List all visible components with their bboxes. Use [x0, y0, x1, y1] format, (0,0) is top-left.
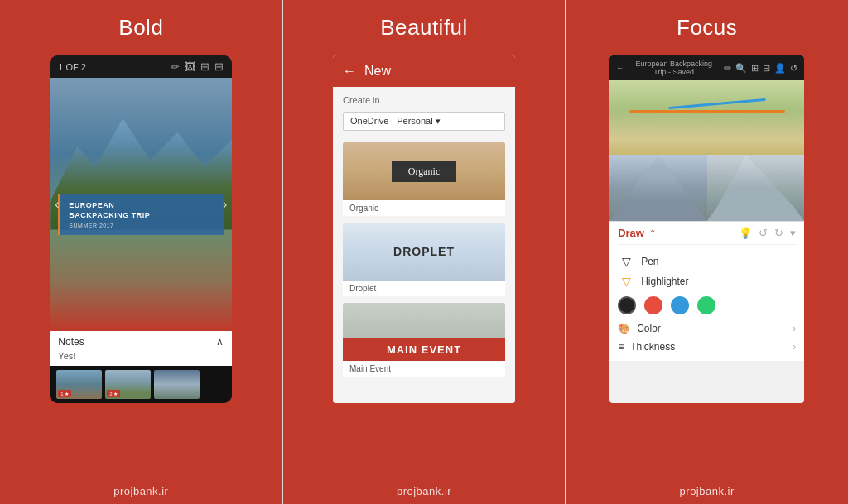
color-wheel-icon: 🎨 — [618, 323, 630, 334]
thickness-setting-left: ≡ Thickness — [618, 341, 675, 353]
grid-icon: ⊞ — [200, 60, 210, 73]
watermark-bold: projbank.ir — [113, 485, 168, 497]
thumbnail-3[interactable] — [154, 370, 200, 399]
phone-header: 1 OF 2 ✏ 🖼 ⊞ ⊟ — [50, 55, 232, 78]
slide-text-box: EUROPEAN BACKPACKING TRIP SUMMER 2017 — [58, 194, 224, 234]
panel-focus: Focus ← European Backpacking Trip - Save… — [566, 0, 848, 504]
notes-section: Notes ∧ Yes! — [50, 331, 232, 366]
droplet-label: Droplet — [343, 281, 505, 296]
thumb-badge-1: 1 ★ — [58, 390, 71, 397]
view-icon: ⊟ — [214, 60, 224, 73]
bulb-icon[interactable]: 💡 — [739, 227, 752, 239]
mountain-peak-right — [707, 155, 805, 221]
new-screen-title: New — [364, 64, 391, 79]
template-main-event[interactable]: MAIN EVENT Main Event — [343, 303, 505, 377]
slide-area[interactable]: EUROPEAN BACKPACKING TRIP SUMMER 2017 ‹ … — [50, 78, 232, 331]
focus-header-title: European Backpacking Trip - Saved — [629, 60, 719, 76]
slide-next-button[interactable]: › — [223, 197, 227, 212]
new-screen-body: Create in OneDrive - Personal ▾ Organic … — [333, 87, 515, 403]
new-screen: ← New Create in OneDrive - Personal ▾ Or… — [333, 55, 515, 403]
thickness-icon: ≡ — [618, 341, 624, 353]
focus-mountain-left — [610, 155, 707, 221]
focus-user-icon[interactable]: 👤 — [774, 63, 786, 74]
back-arrow-icon[interactable]: ← — [343, 64, 356, 79]
color-setting-left: 🎨 Color — [618, 323, 661, 334]
map-route-orange — [629, 110, 785, 113]
thickness-setting-row[interactable]: ≡ Thickness › — [618, 338, 796, 356]
template-organic[interactable]: Organic Organic — [343, 142, 505, 216]
pen-label: Pen — [641, 256, 658, 267]
new-screen-header: ← New — [333, 55, 515, 87]
highlighter-tool-row[interactable]: ▽ Highlighter — [618, 271, 796, 291]
focus-header-icons: ✏ 🔍 ⊞ ⊟ 👤 ↺ — [724, 63, 797, 74]
notes-header: Notes ∧ — [58, 336, 224, 348]
main-event-title: MAIN EVENT — [343, 338, 505, 361]
thumb-badge-2: 2 ★ — [107, 390, 120, 397]
focus-back-arrow[interactable]: ← — [616, 64, 624, 72]
redo-draw-icon[interactable]: ↻ — [774, 227, 783, 239]
color-row — [618, 291, 796, 319]
focus-screen: ← European Backpacking Trip - Saved ✏ 🔍 … — [610, 55, 804, 403]
focus-header: ← European Backpacking Trip - Saved ✏ 🔍 … — [610, 55, 804, 80]
watermark-focus: projbank.ir — [680, 485, 735, 497]
color-black[interactable] — [618, 296, 636, 314]
focus-grid-icon[interactable]: ⊞ — [751, 63, 759, 74]
onedrive-select[interactable]: OneDrive - Personal ▾ — [343, 112, 505, 131]
edit-icon: ✏ — [171, 60, 180, 73]
organic-title: Organic — [392, 161, 456, 182]
slide-main-text: EUROPEAN BACKPACKING TRIP — [69, 201, 215, 220]
color-blue[interactable] — [671, 296, 689, 314]
undo-draw-icon[interactable]: ↺ — [759, 227, 768, 239]
panel-focus-title: Focus — [677, 15, 737, 41]
organic-preview: Organic — [343, 142, 505, 200]
draw-toggle[interactable]: ⌃ — [649, 228, 656, 238]
focus-mountain-right — [707, 155, 805, 221]
focus-slide-area — [610, 80, 804, 221]
highlighter-label: Highlighter — [641, 276, 688, 287]
color-chevron-icon: › — [793, 323, 796, 334]
droplet-title: DROPLET — [393, 245, 455, 258]
focus-undo-icon[interactable]: ↺ — [790, 63, 797, 74]
focus-toolbar: Draw ⌃ 💡 ↺ ↻ ▾ ▽ Pen ▽ Highlighter — [610, 221, 804, 361]
draw-header: Draw ⌃ 💡 ↺ ↻ ▾ — [618, 227, 796, 245]
notes-label: Notes — [58, 336, 84, 348]
color-setting-row[interactable]: 🎨 Color › — [618, 319, 796, 338]
pen-icon: ▽ — [618, 255, 634, 268]
slide-sub-text: SUMMER 2017 — [69, 223, 215, 228]
highlighter-icon: ▽ — [618, 275, 634, 288]
focus-layout-icon[interactable]: ⊟ — [763, 63, 770, 74]
phone-header-icons: ✏ 🖼 ⊞ ⊟ — [171, 60, 224, 73]
slide-prev-button[interactable]: ‹ — [55, 197, 59, 212]
draw-label: Draw — [618, 227, 644, 239]
main-event-preview: MAIN EVENT — [343, 303, 505, 361]
camera-icon: 🖼 — [185, 60, 195, 73]
watermark-beautiful: projbank.ir — [397, 485, 451, 497]
thickness-chevron-icon: › — [793, 341, 796, 353]
color-setting-label: Color — [637, 323, 661, 334]
focus-edit-icon[interactable]: ✏ — [724, 63, 731, 74]
droplet-preview: DROPLET — [343, 223, 505, 281]
slide-thumbnails: 1 ★ 2 ★ — [50, 366, 232, 403]
color-green[interactable] — [697, 296, 716, 314]
create-in-label: Create in — [343, 95, 505, 105]
thumbnail-2[interactable]: 2 ★ — [105, 370, 151, 399]
mountain-peak-left — [610, 155, 707, 221]
panel-bold: Bold 1 OF 2 ✏ 🖼 ⊞ ⊟ EUROPEAN BACKPACKING… — [0, 0, 282, 504]
pen-tool-row[interactable]: ▽ Pen — [618, 252, 796, 271]
panel-beautiful-title: Beautiful — [380, 15, 468, 41]
thumbnail-1[interactable]: 1 ★ — [56, 370, 102, 399]
panel-bold-title: Bold — [118, 15, 163, 41]
phone-mockup-bold: 1 OF 2 ✏ 🖼 ⊞ ⊟ EUROPEAN BACKPACKING TRIP… — [50, 55, 232, 403]
draw-icons-right: 💡 ↺ ↻ ▾ — [739, 227, 796, 239]
onedrive-option-text: OneDrive - Personal ▾ — [350, 116, 441, 127]
focus-map — [610, 80, 804, 155]
notes-caret[interactable]: ∧ — [216, 336, 224, 348]
draw-more-icon[interactable]: ▾ — [790, 227, 796, 239]
focus-search-icon[interactable]: 🔍 — [735, 63, 747, 74]
color-red[interactable] — [644, 296, 662, 314]
main-event-label: Main Event — [343, 361, 505, 377]
map-route-blue — [668, 98, 765, 109]
thickness-label: Thickness — [630, 341, 675, 353]
template-droplet[interactable]: DROPLET Droplet — [343, 223, 505, 296]
panel-beautiful: Beautiful ← New Create in OneDrive - Per… — [283, 0, 566, 504]
